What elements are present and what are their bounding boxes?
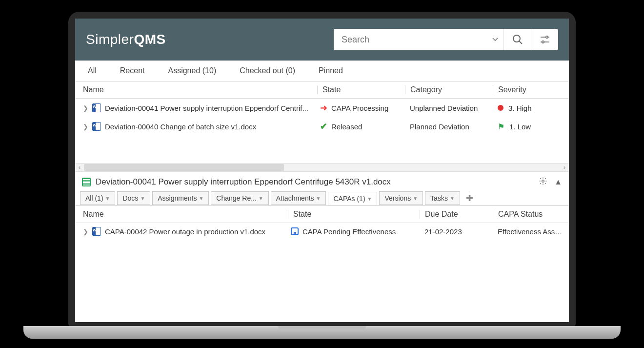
dtab-label: Tasks — [430, 194, 448, 202]
row-category: Unplanned Deviation — [405, 104, 493, 112]
dtab-label: Assignments — [158, 194, 197, 202]
dtab-attachments[interactable]: Attachments▼ — [271, 191, 326, 205]
tab-all[interactable]: All — [88, 66, 97, 75]
sliders-icon — [540, 35, 550, 44]
dtab-label: Attachments — [276, 194, 314, 202]
app-screen: SimplerQMS All Rec — [75, 19, 569, 322]
capa-table-header: Name State Due Date CAPA Status — [75, 206, 569, 223]
top-bar: SimplerQMS — [75, 19, 569, 61]
expand-icon[interactable]: ❯ — [83, 104, 88, 112]
chevron-down-icon — [492, 38, 498, 41]
search-icon — [512, 34, 523, 45]
svg-point-3 — [545, 36, 547, 38]
chevron-down-icon: ▼ — [450, 196, 455, 201]
add-tab-button[interactable]: ✚ — [462, 190, 477, 206]
row-state: CAPA Processing — [331, 104, 388, 112]
capa-state: CAPA Pending Effectiveness — [302, 227, 396, 236]
svg-point-5 — [542, 41, 543, 43]
scrollbar-track[interactable] — [84, 164, 560, 171]
scrollbar-thumb[interactable] — [84, 164, 284, 171]
chevron-down-icon: ▼ — [199, 196, 203, 201]
row-name: Deviation-00041 Power supply interruptio… — [105, 104, 308, 112]
col-header-category[interactable]: Category — [405, 85, 493, 94]
row-severity: 3. High — [508, 104, 532, 112]
word-doc-icon — [92, 103, 101, 112]
dtab-label: Versions — [384, 194, 411, 202]
dtab-label: Change Re... — [216, 194, 257, 202]
logo: SimplerQMS — [86, 32, 166, 47]
dtab-change-re[interactable]: Change Re...▼ — [211, 191, 268, 205]
search-bar — [334, 29, 558, 50]
filter-tabs: All Recent Assigned (10) Checked out (0)… — [75, 61, 569, 82]
severity-dot-icon — [498, 105, 503, 111]
dtab-label: All (1) — [85, 194, 103, 202]
capa-due: 21-02-2023 — [420, 227, 493, 236]
dtab-versions[interactable]: Versions▼ — [379, 191, 423, 205]
svg-point-0 — [513, 35, 520, 42]
scroll-right-icon[interactable]: › — [560, 164, 569, 171]
dtab-label: CAPAs (1) — [333, 195, 365, 203]
tab-checked-out[interactable]: Checked out (0) — [240, 66, 295, 75]
chevron-down-icon: ▼ — [367, 196, 372, 202]
chevron-down-icon: ▼ — [105, 196, 110, 201]
expand-icon[interactable]: ❯ — [83, 228, 88, 235]
svg-point-6 — [542, 180, 544, 183]
row-state: Released — [331, 123, 362, 131]
chevron-down-icon: ▼ — [259, 196, 263, 201]
tab-recent[interactable]: Recent — [120, 66, 145, 75]
detail-tabs: All (1)▼ Docs▼ Assignments▼ Change Re...… — [75, 190, 569, 206]
logo-text-1: Simpler — [86, 32, 134, 47]
detail-title: Deviation-00041 Power supply interruptio… — [96, 177, 391, 187]
arrow-right-icon: ➜ — [320, 102, 327, 113]
capa-col-status[interactable]: CAPA Status — [493, 210, 564, 219]
dtab-tasks[interactable]: Tasks▼ — [425, 191, 460, 205]
word-doc-icon — [92, 227, 101, 236]
logo-text-2: QMS — [134, 32, 165, 47]
laptop-notch — [278, 326, 366, 331]
row-severity: 1. Low — [509, 123, 531, 131]
dtab-capas[interactable]: CAPAs (1)▼ — [328, 192, 377, 205]
tab-pinned[interactable]: Pinned — [319, 66, 343, 75]
capa-status: Effectiveness Asse... — [493, 227, 564, 236]
chevron-down-icon: ▼ — [413, 196, 418, 201]
calendar-icon — [291, 227, 299, 235]
svg-line-1 — [519, 41, 522, 44]
dtab-assignments[interactable]: Assignments▼ — [152, 191, 209, 205]
capa-name: CAPA-00042 Power outage in production v1… — [105, 227, 265, 236]
dtab-all[interactable]: All (1)▼ — [80, 191, 115, 205]
col-header-name[interactable]: Name — [83, 85, 317, 94]
dtab-label: Docs — [122, 194, 138, 202]
collapse-icon[interactable]: ▲ — [554, 178, 562, 186]
table-row[interactable]: ❯ Deviation-00040 Change of batch size v… — [75, 117, 569, 136]
chevron-down-icon: ▼ — [140, 196, 145, 201]
capa-col-due[interactable]: Due Date — [420, 210, 493, 219]
expand-icon[interactable]: ❯ — [83, 123, 88, 130]
filter-settings-button[interactable] — [531, 29, 558, 50]
row-category: Planned Deviation — [405, 123, 493, 131]
dtab-docs[interactable]: Docs▼ — [117, 191, 150, 205]
gear-icon[interactable] — [539, 177, 547, 187]
document-green-icon — [82, 178, 91, 186]
main-table-header: Name State Category Severity — [75, 82, 569, 99]
flag-icon: ⚑ — [498, 122, 504, 131]
checkmark-icon: ✔ — [320, 121, 327, 132]
col-header-state[interactable]: State — [317, 85, 405, 94]
table-row[interactable]: ❯ Deviation-00041 Power supply interrupt… — [75, 99, 569, 117]
capa-col-state[interactable]: State — [288, 210, 420, 219]
table-row[interactable]: ❯ CAPA-00042 Power outage in production … — [75, 223, 569, 240]
word-doc-icon — [92, 122, 101, 131]
search-dropdown[interactable] — [487, 29, 503, 50]
detail-header: Deviation-00041 Power supply interruptio… — [75, 172, 569, 190]
tab-assigned[interactable]: Assigned (10) — [168, 66, 216, 75]
scroll-left-icon[interactable]: ‹ — [75, 164, 84, 171]
search-input[interactable] — [334, 29, 487, 50]
chevron-down-icon: ▼ — [316, 196, 321, 201]
col-header-severity[interactable]: Severity — [493, 85, 564, 94]
capa-col-name[interactable]: Name — [83, 210, 288, 219]
row-name: Deviation-00040 Change of batch size v1.… — [105, 123, 256, 131]
horizontal-scrollbar[interactable]: ‹ › — [75, 163, 569, 172]
search-button[interactable] — [503, 29, 531, 50]
